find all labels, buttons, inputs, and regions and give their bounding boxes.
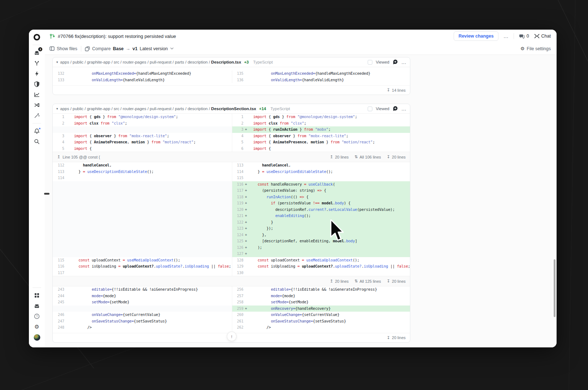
line-number-right[interactable]: 114 (232, 169, 248, 175)
file-settings-button[interactable]: ⚙ File settings (520, 46, 551, 51)
line-number-left[interactable] (53, 200, 69, 207)
line-number-left[interactable] (53, 244, 69, 251)
line-number-right[interactable]: 135 (232, 70, 248, 77)
line-number-right[interactable]: 123+ (232, 225, 248, 232)
sidebar-item-branches[interactable] (32, 58, 42, 68)
sidebar-item-help[interactable]: ? (32, 312, 42, 321)
line-number-right[interactable]: 2 (232, 120, 248, 127)
line-number-left[interactable]: 244 (53, 293, 69, 299)
line-number-left[interactable]: 115 (53, 257, 69, 264)
sidebar-item-apps[interactable] (32, 291, 42, 300)
collapse-file-icon[interactable]: ▾ (56, 60, 58, 64)
line-number-left[interactable] (53, 232, 69, 238)
line-number-right[interactable]: 136 (232, 77, 248, 83)
line-number-left[interactable]: 1 (53, 114, 69, 120)
line-number-left[interactable]: 247 (53, 318, 69, 325)
expand-control[interactable]: ↥20 lines (330, 279, 349, 283)
line-number-left[interactable]: 112 (53, 162, 69, 169)
compare-selector[interactable]: Compare Base → v1 Latest version (85, 46, 174, 51)
viewed-checkbox[interactable] (368, 60, 372, 65)
line-number-left[interactable] (53, 238, 69, 244)
line-number-left[interactable]: 4 (53, 139, 69, 146)
line-number-right[interactable]: 126+ (232, 244, 248, 251)
line-number-left[interactable]: 116 (53, 263, 69, 270)
line-number-right[interactable]: 128 (232, 257, 248, 264)
line-number-right[interactable]: 4 (232, 133, 248, 139)
line-number-right[interactable]: 5 (232, 139, 248, 146)
line-number-right[interactable]: 257 (232, 293, 248, 299)
line-number-left[interactable]: 246 (53, 312, 69, 318)
show-files-toggle[interactable]: Show files (49, 46, 77, 51)
expand-control[interactable]: ↧20 lines (387, 155, 406, 159)
sidebar-item-merge-queue[interactable] (32, 100, 42, 110)
line-number-right[interactable]: 122+ (232, 219, 248, 226)
line-number-left[interactable]: 243 (53, 286, 69, 293)
line-number-right[interactable]: 262 (232, 324, 248, 331)
file-overflow-menu[interactable]: … (401, 59, 406, 65)
sidebar-item-archive[interactable] (32, 301, 42, 311)
line-number-left[interactable]: 132 (53, 70, 69, 77)
line-number-left[interactable]: 2 (53, 120, 69, 127)
expand-control[interactable]: ↥20 lines (330, 155, 349, 159)
sidebar-item-search[interactable] (32, 137, 42, 146)
line-number-left[interactable] (53, 251, 69, 257)
comment-indicator-icon[interactable] (393, 59, 398, 65)
line-number-right[interactable]: 125+ (232, 238, 248, 244)
line-number-right[interactable]: 116+ (232, 181, 248, 188)
file-overflow-menu[interactable]: … (401, 106, 406, 112)
line-number-right[interactable]: 261 (232, 318, 248, 325)
expand-bottom-button[interactable]: ↧14 lines (53, 85, 410, 95)
expand-control[interactable]: ⇅All 106 lines (354, 155, 381, 159)
line-number-right[interactable]: 3+ (232, 126, 248, 133)
header-overflow-menu[interactable]: … (503, 33, 509, 39)
line-number-right[interactable]: 256 (232, 286, 248, 293)
line-number-left[interactable] (53, 194, 69, 200)
user-avatar[interactable] (32, 333, 42, 342)
line-number-right[interactable]: 127+ (232, 251, 248, 257)
line-number-left[interactable] (53, 219, 69, 226)
line-number-left[interactable]: 117 (53, 270, 69, 276)
line-number-right[interactable]: 130 (232, 270, 248, 276)
sidebar-item-ai-tools[interactable] (32, 111, 42, 120)
line-number-right[interactable]: 121+ (232, 213, 248, 219)
line-number-right[interactable]: 260 (232, 312, 248, 318)
line-number-right[interactable]: 117+ (232, 187, 248, 194)
line-number-right[interactable]: 115 (232, 175, 248, 181)
line-number-right[interactable]: 129 (232, 263, 248, 270)
sidebar-item-protections[interactable] (32, 79, 42, 89)
line-number-left[interactable]: 113 (53, 169, 69, 175)
viewed-checkbox[interactable] (368, 107, 372, 111)
line-number-right[interactable]: 6 (232, 146, 248, 152)
chat-button[interactable]: Chat (534, 34, 551, 39)
hunk-expand-up[interactable]: ↥Line 105 @@ const { (57, 155, 100, 159)
collapse-file-icon[interactable]: ▾ (56, 107, 58, 110)
comment-indicator-icon[interactable] (393, 106, 398, 112)
expand-control[interactable]: ↧20 lines (387, 279, 406, 283)
sidebar-item-activity[interactable] (32, 69, 42, 78)
gutter-collapse-handle[interactable] (44, 193, 49, 195)
app-logo[interactable] (32, 32, 42, 42)
scroll-to-top-button[interactable]: ↑ (227, 332, 237, 341)
line-number-left[interactable] (53, 225, 69, 232)
line-number-right[interactable]: 120+ (232, 207, 248, 213)
vertical-scrollbar[interactable] (554, 259, 555, 317)
line-number-left[interactable] (53, 306, 69, 312)
line-number-right[interactable]: 124+ (232, 232, 248, 238)
sidebar-item-settings[interactable]: ⚙ (32, 322, 42, 332)
line-number-right[interactable]: 118+ (232, 194, 248, 200)
line-number-left[interactable] (53, 126, 69, 133)
line-number-right[interactable]: 258 (232, 299, 248, 306)
review-changes-button[interactable]: Review changes (454, 31, 498, 41)
line-number-right[interactable]: 1 (232, 114, 248, 120)
line-number-left[interactable]: 248 (53, 324, 69, 331)
sidebar-item-insights[interactable] (32, 90, 42, 99)
line-number-right[interactable]: 119+ (232, 200, 248, 207)
line-number-left[interactable]: 3 (53, 133, 69, 139)
line-number-left[interactable]: 245 (53, 299, 69, 306)
expand-control[interactable]: ⇅All 125 lines (354, 279, 381, 283)
line-number-left[interactable]: 133 (53, 77, 69, 83)
line-number-left[interactable] (53, 207, 69, 213)
line-number-right[interactable]: 113 (232, 162, 248, 169)
line-number-left[interactable]: 5 (53, 146, 69, 152)
line-number-left[interactable] (53, 213, 69, 219)
